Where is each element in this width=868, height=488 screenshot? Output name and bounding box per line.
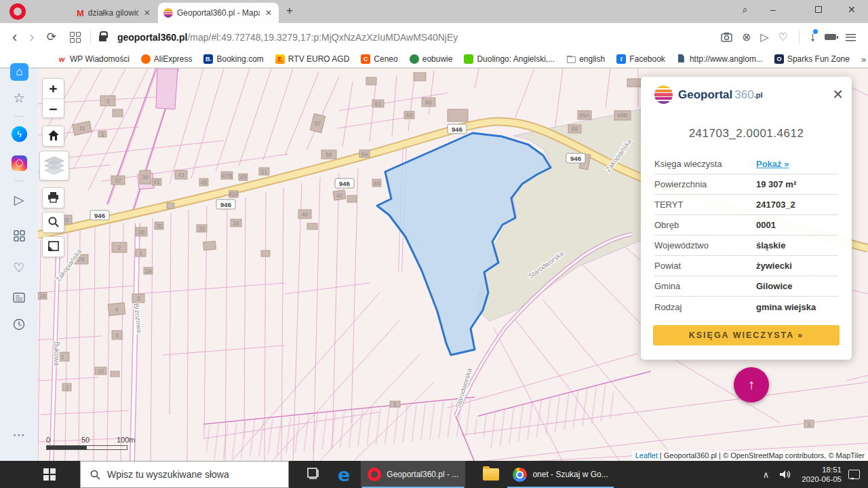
tray-clock[interactable]: 18:51 2020-06-05 [802,465,842,484]
attribute-label: Obręb [654,220,756,230]
speed-dial-icon[interactable] [70,32,81,43]
building-number-label: 30 [156,223,163,229]
tab-close-icon[interactable]: ✕ [142,8,152,18]
bookmark-item[interactable]: eobuwie [410,54,453,64]
browser-toolbar: ‹ › ⟳ geoportal360.pl/map/#l:49.72748,19… [0,23,868,51]
volume-icon[interactable] [778,469,792,480]
map-home-button[interactable] [42,126,64,147]
forward-button[interactable]: › [29,29,34,46]
building-number-label: 24 [39,293,46,299]
bookmark-item[interactable]: http://www.anglom... [677,54,763,64]
my-flow-icon[interactable]: ▷ [760,31,768,43]
ksiega-wieczysta-button[interactable]: KSIĘGA WIECZYSTA » [653,325,840,345]
bookmark-heart-icon[interactable]: ♡ [778,31,788,43]
bookmark-item[interactable]: ERTV EURO AGD [275,54,349,64]
map-canvas[interactable]: 3311373941434547B4942A51292830323426211a… [38,69,868,461]
back-button[interactable]: ‹ [12,29,17,46]
bookmark-item[interactable]: OSparks Fun Zone [774,54,850,64]
building-number-label: 39 [142,174,149,181]
downloads-icon[interactable]: ⭣ [810,31,815,43]
tab-geoportal-active[interactable]: Geoportal360.pl - Mapa Int ✕ [158,3,279,23]
opera-taskbar-app[interactable]: Geoportal360.pl - ... [361,461,465,488]
bookmark-item[interactable]: CCeneo [361,54,397,64]
layers-button[interactable] [39,151,69,181]
page-favicon [677,54,686,64]
battery-saver-icon[interactable] [825,34,836,40]
adblock-icon[interactable]: ⊗ [742,31,751,43]
sidebar-divider [14,181,24,181]
speed-dials-grid-icon[interactable] [0,230,38,245]
url-path: /map/#l:49.72748,19.3279,17:p:MjQxNzAzXz… [187,32,458,43]
window-search-icon[interactable]: ⌕ [743,4,748,16]
window-close-button[interactable]: ✕ [848,4,856,15]
map-search-button[interactable] [42,212,64,233]
building-number-label: 1 [139,250,142,257]
geoportal-brand: Geoportal 360 .pl [641,77,852,104]
building-number-label: 57 [315,120,321,127]
start-button[interactable] [43,468,56,481]
bookmark-item[interactable]: wWP Wiadomości [57,54,130,64]
scroll-top-button[interactable]: ↑ [734,367,769,402]
favorites-heart-icon[interactable]: ♡ [0,260,38,276]
building-number-label: 34 [233,220,239,227]
taskbar-search-input[interactable]: Wpisz tu wyszukiwane słowa [80,461,289,488]
tab-close-icon[interactable]: ✕ [264,8,273,18]
task-view-button[interactable] [307,467,320,482]
snapshot-camera-icon[interactable] [721,32,732,42]
zoom-in-button[interactable]: + [43,79,64,98]
panel-close-icon[interactable]: ✕ [832,86,844,102]
sidebar-more-icon[interactable]: ⋯ [0,427,38,443]
print-button[interactable] [42,187,64,208]
tab-gmail[interactable]: M działka gilowice - agnieszk ✕ [71,3,157,23]
system-tray: ∧ 18:51 2020-06-05 [763,465,868,484]
bookmark-item[interactable]: Duolingo: Angielski,... [464,54,555,64]
map-attribution: Leaflet | Geoportal360.pl | © OpenStreet… [632,451,868,461]
road-shield-946: 946 [448,124,467,134]
history-clock-icon[interactable] [0,318,38,334]
lock-icon[interactable] [99,35,106,41]
parcel-attribute-row: Księga wieczystaPokaż » [654,154,838,174]
tab-title: działka gilowice - agnieszk [88,8,138,18]
bookmarks-overflow-button[interactable]: » [861,54,866,64]
news-icon[interactable] [0,291,38,306]
chrome-taskbar-app[interactable]: onet - Szukaj w Go... [506,461,614,488]
map-scale: 0 50 100m [46,436,141,450]
bookmark-item[interactable]: english [566,54,605,64]
new-tab-button[interactable]: + [286,4,293,18]
tray-date: 2020-06-05 [802,474,842,484]
bookmark-item[interactable]: fFacebook [616,54,665,64]
window-restore-button[interactable] [815,4,822,15]
opera-logo-icon[interactable] [9,3,26,20]
window-minimize-button[interactable]: – [770,4,776,15]
road-shield-946: 946 [90,210,109,220]
bookmark-item[interactable]: B.Booking.com [203,54,263,64]
bookmark-item[interactable]: AliExpress [141,54,193,64]
geoportal-logo-icon [654,86,673,104]
building-number-label: 3 [106,98,110,105]
reload-button[interactable]: ⟳ [47,30,56,44]
measure-button[interactable] [42,236,64,257]
bookmarks-star-icon[interactable]: ☆ [0,90,38,106]
file-explorer-icon[interactable] [483,468,499,481]
action-center-icon[interactable] [848,470,860,479]
messenger-icon[interactable]: ϟ [12,126,27,142]
building-number-label: 49 [240,174,247,181]
street-name-label: Bukowa [53,341,60,366]
my-flow-sidebar-icon[interactable]: ▷ [0,192,38,208]
attribute-label: TERYT [654,200,756,210]
speed-dial-home-icon[interactable]: ⌂ [10,63,28,81]
edge-taskbar-icon[interactable]: e [338,464,350,485]
attribute-value-link[interactable]: Pokaż » [756,159,789,169]
building-number-label: 5 [393,401,397,408]
attribute-value: 0001 [756,220,776,230]
bookmark-label: Booking.com [216,54,263,64]
zoom-out-button[interactable]: − [43,98,64,118]
bookmarks-bar: wWP WiadomościAliExpressB.Booking.comERT… [0,51,868,68]
parcel-attribute-row: Województwośląskie [654,236,838,256]
address-bar[interactable]: geoportal360.pl/map/#l:49.72748,19.3279,… [117,32,458,43]
easy-setup-icon[interactable] [846,33,856,41]
leaflet-link[interactable]: Leaflet [635,451,658,459]
instagram-icon[interactable] [12,155,27,171]
building-number-label: 1 [808,421,811,428]
tray-chevron-icon[interactable]: ∧ [763,470,770,480]
